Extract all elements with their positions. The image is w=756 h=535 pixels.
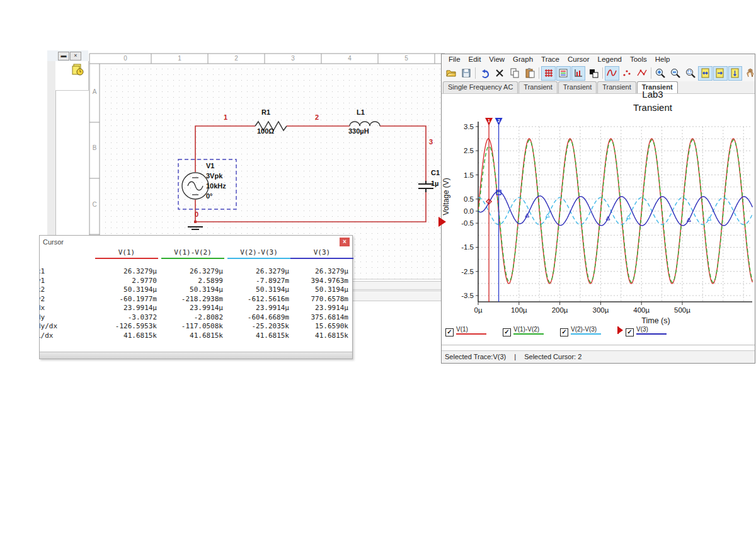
ruler-top-label: 5 [404,55,408,62]
column-header-underline [95,258,158,259]
polyline-icon[interactable] [634,66,649,81]
ruler-top-label: 4 [348,55,352,62]
hand-icon[interactable] [743,66,755,81]
overlay-icon[interactable] [586,66,600,81]
table-cell: -604.6689m [224,313,290,323]
scatter-icon[interactable] [620,66,634,81]
row-label-text: dy/dx [40,322,57,331]
legend-checkbox[interactable]: ✓ [560,328,568,337]
legend-item-v(1)[interactable]: ✓V(1) [445,326,486,337]
cursor-table: V(1)V(1)-V(2)V(2)-V(3)V(3)x126.3279µ26.3… [40,248,350,340]
menu-trace[interactable]: Trace [541,54,559,65]
in-use-list-icon[interactable] [72,64,84,76]
tab-transient[interactable]: Transient [518,81,557,93]
node-label-2: 2 [315,113,319,121]
save-icon[interactable] [459,66,474,81]
zoom-y-icon[interactable] [728,66,743,81]
minimize-button[interactable]: ▬ [58,52,69,60]
legend-colorline [456,333,486,335]
zoom-in-icon[interactable] [653,66,668,81]
delete-icon[interactable] [493,66,507,81]
toolbar-separator [475,67,476,79]
row-label: y1 [40,277,61,286]
inductor-value-label: 330µH [348,127,369,135]
menu-file[interactable]: File [449,54,461,65]
inductor-symbol[interactable] [350,122,380,126]
legend-label: V(3) [636,326,667,333]
legend-checkbox[interactable]: ✓ [626,328,634,337]
x-tick-label: 400µ [633,306,650,314]
table-cell: 26.3279µ [158,267,224,277]
table-cell: 50.3194µ [158,285,224,295]
table-cell: 23.9914µ [290,304,350,313]
grid-icon[interactable] [541,66,556,81]
cursor-flag-number: 1 [488,118,490,123]
source-phase-label: 0° [206,192,213,200]
zoom-area-icon[interactable] [683,66,697,81]
row-label-text: x2 [40,285,45,295]
column-header-wrap: V(1) [95,248,158,259]
legend-item-v(1)-v(2)[interactable]: ✓V(1)-V(2) [503,326,544,337]
column-header: V(1) [61,248,158,262]
table-row: dy-3.0372-2.8082-604.6689m375.6814m [40,313,350,323]
column-header-label: V(2)-V(3) [240,248,278,256]
cursor-table-header: V(1)V(1)-V(2)V(2)-V(3)V(3) [40,248,350,262]
x-tick-label: 500µ [674,306,690,314]
ground-symbol[interactable] [188,227,203,229]
legend-item-v(3)[interactable]: ✓V(3) [617,326,667,337]
zoom-x-icon[interactable] [713,66,728,81]
legend-item-v(2)-v(3)[interactable]: ✓V(2)-V(3) [560,326,601,337]
menu-tools[interactable]: Tools [630,54,647,65]
tab-single-frequency-ac[interactable]: Single Frequency AC [443,81,518,93]
menu-cursor[interactable]: Cursor [568,54,590,65]
menu-graph[interactable]: Graph [513,54,533,65]
table-cell: 26.3279µ [290,267,350,277]
x-tick-label: 300µ [592,306,609,314]
legend-label: V(1)-V(2) [513,326,544,333]
undo-icon[interactable] [478,66,492,81]
menu-edit[interactable]: Edit [469,54,481,65]
row-label: y2 [40,295,61,304]
menu-view[interactable]: View [489,54,505,65]
tab-transient[interactable]: Transient [558,81,597,93]
axes-icon[interactable] [571,66,586,81]
ruler-top-label: 2 [234,55,238,62]
legend-checkbox[interactable]: ✓ [445,328,454,337]
table-cell: -117.0508k [158,322,224,331]
x-tick-label: 100µ [511,306,527,314]
grapher-toolbar [442,65,755,82]
curve-icon[interactable] [605,66,619,81]
y-tick-label: 0.5 [464,195,474,203]
table-cell: 2.9770 [61,277,158,286]
trace-point-marker [546,214,549,217]
row-label: 1/dx [40,331,61,341]
circuit-wires [195,126,426,222]
table-cell: 23.9914µ [224,304,290,313]
legend-label-wrap: V(1)-V(2) [513,326,544,335]
table-cell: -60.1977m [61,295,158,304]
close-icon[interactable]: × [340,238,350,246]
zoom-out-icon[interactable] [668,66,683,81]
node-label-1: 1 [224,113,227,121]
table-cell: 41.6815k [290,331,350,341]
table-cell: -25.2035k [224,322,290,331]
open-icon[interactable] [444,66,459,81]
row-label: dx [40,304,61,313]
close-button[interactable]: × [70,52,81,60]
paste-icon[interactable] [523,66,537,81]
copy-icon[interactable] [508,66,522,81]
table-cell: 2.5899 [158,277,224,286]
table-cell: 50.3194µ [224,285,290,295]
menu-legend[interactable]: Legend [598,54,622,65]
menu-help[interactable]: Help [655,54,670,65]
row-label: dy/dx [40,322,61,331]
legend-icon[interactable] [556,66,571,81]
legend-checkbox[interactable]: ✓ [503,328,511,337]
legend-colorline [636,333,667,335]
ruler-left-label: C [92,201,96,208]
table-cell: 26.3279µ [224,267,290,277]
capacitor-ref-label: C1 [431,169,440,176]
transient-chart[interactable]: 120µ100µ200µ300µ400µ500µ3.52.51.50.50.0-… [442,93,753,326]
ac-source-symbol[interactable] [182,173,209,199]
zoom-page-icon[interactable] [698,66,713,81]
